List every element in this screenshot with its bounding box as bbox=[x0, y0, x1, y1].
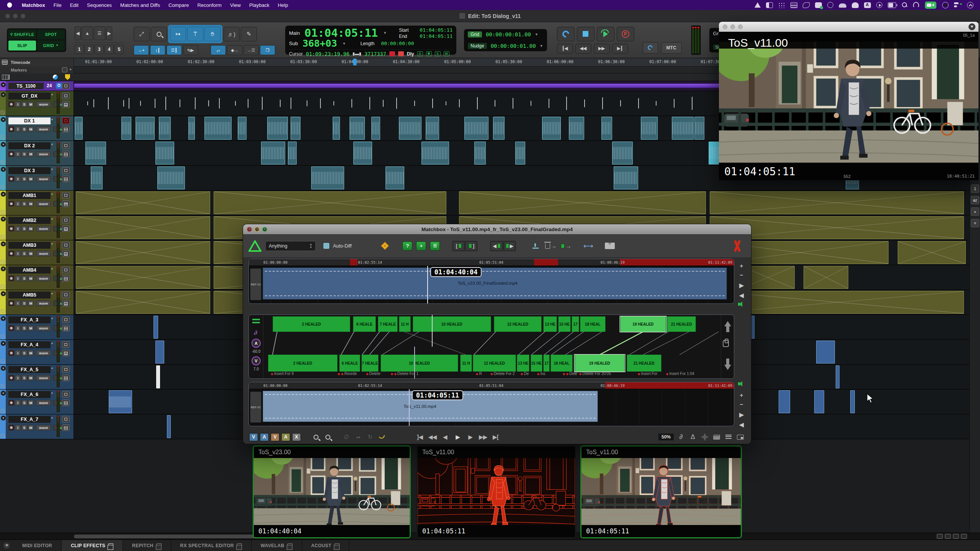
input-monitor-button[interactable]: I bbox=[15, 251, 21, 256]
wrench-icon[interactable] bbox=[1, 160, 5, 164]
record-enable-button[interactable] bbox=[8, 375, 14, 381]
mail-button[interactable] bbox=[604, 241, 616, 251]
input-monitor-button[interactable]: I bbox=[15, 425, 21, 430]
input-monitor-button[interactable]: I bbox=[15, 226, 21, 231]
audio-clip[interactable] bbox=[779, 390, 790, 413]
healed-match-block[interactable]: 19 HEALED bbox=[575, 355, 625, 372]
audio-clip[interactable] bbox=[710, 191, 964, 214]
track-name[interactable]: FX_A_7 bbox=[8, 416, 51, 423]
track-collapse-button[interactable]: ▾ bbox=[1, 117, 6, 122]
step-back-button[interactable]: ◀ bbox=[491, 241, 502, 251]
audio-clip[interactable] bbox=[569, 117, 584, 140]
audio-clip[interactable] bbox=[493, 117, 505, 140]
grid-value[interactable]: 00:00:00:01.00 bbox=[486, 31, 531, 37]
popout-chevron-icon[interactable] bbox=[969, 23, 975, 30]
track-header[interactable]: ▾DX 1▾ISMwaveread bbox=[0, 116, 74, 140]
audio-clip[interactable] bbox=[353, 142, 372, 165]
audio-clip[interactable] bbox=[898, 241, 966, 264]
audio-clip[interactable] bbox=[426, 117, 439, 140]
go-to-end-button[interactable]: ▶┃ bbox=[612, 44, 628, 54]
circle-c-icon[interactable] bbox=[827, 2, 833, 8]
nudge-value-label[interactable]: Nudge bbox=[468, 43, 487, 49]
hand-app-icon[interactable] bbox=[852, 2, 859, 8]
goto-prev-edit-button[interactable]: [ bbox=[453, 241, 464, 251]
wrench-icon[interactable] bbox=[1, 384, 5, 388]
audio-clip[interactable] bbox=[288, 142, 297, 165]
wrench-icon[interactable] bbox=[1, 285, 5, 289]
nudge-dropdown[interactable]: ▼ bbox=[540, 44, 543, 48]
mirror-midi-button[interactable]: →☰ bbox=[243, 45, 259, 55]
track-collapse-button[interactable]: ▾ bbox=[1, 416, 6, 421]
solo-button[interactable]: S bbox=[21, 350, 27, 356]
nudge-value[interactable]: 00:00:00:01.00 bbox=[491, 43, 536, 49]
record-safe-button[interactable] bbox=[62, 117, 70, 124]
audio-clip[interactable] bbox=[155, 341, 164, 364]
tab-repitch[interactable]: REPITCH bbox=[123, 540, 171, 551]
menu-app[interactable]: Matchbox bbox=[18, 0, 49, 10]
track-view-selector[interactable]: wave bbox=[36, 325, 51, 331]
audio-clip[interactable] bbox=[76, 216, 210, 239]
timeline-insertion-icon[interactable] bbox=[389, 51, 395, 56]
track-lane[interactable] bbox=[74, 191, 969, 215]
input-monitor-button[interactable]: I bbox=[15, 276, 21, 281]
mute-button[interactable]: M bbox=[28, 201, 34, 207]
audio-clip[interactable] bbox=[751, 316, 754, 339]
audio-clip[interactable] bbox=[816, 341, 835, 364]
asterisk-icon[interactable]: ✱ bbox=[426, 51, 432, 56]
mute-button[interactable]: M bbox=[28, 425, 34, 430]
fast-forward-button[interactable]: ▶▶ bbox=[594, 44, 610, 54]
record-enable-button[interactable] bbox=[8, 151, 14, 157]
healed-match-block[interactable]: 17 bbox=[543, 355, 550, 372]
track-view-button[interactable] bbox=[62, 391, 70, 398]
channel-button-x[interactable]: X bbox=[292, 433, 301, 441]
audio-clip[interactable] bbox=[121, 117, 131, 140]
track-collapse-button[interactable]: ▾ bbox=[1, 92, 6, 97]
apply-match-button[interactable]: → bbox=[560, 241, 572, 251]
healed-match-block[interactable]: 13 HE bbox=[543, 316, 557, 332]
channel-button-v[interactable]: V bbox=[249, 433, 258, 441]
audio-clip[interactable] bbox=[204, 117, 231, 140]
audio-clip[interactable] bbox=[85, 142, 106, 165]
edit-window-side-button-[interactable]: » bbox=[971, 207, 979, 216]
audio-clip[interactable] bbox=[311, 166, 345, 189]
track-collapse-button[interactable]: ▾ bbox=[1, 167, 6, 172]
track-header[interactable]: ▾DX 2▾ISMwaveread bbox=[0, 141, 74, 165]
audio-clip[interactable] bbox=[188, 117, 194, 140]
healed-match-block[interactable]: 15 HE bbox=[531, 355, 542, 372]
audio-clip[interactable] bbox=[612, 142, 633, 165]
record-enable-button[interactable] bbox=[8, 325, 14, 331]
add-marker-button[interactable]: + bbox=[69, 67, 72, 72]
tab-to-transient-button[interactable]: →+ bbox=[134, 45, 149, 55]
healed-match-block[interactable]: 13 HE bbox=[517, 355, 529, 372]
menu-sequences[interactable]: Sequences bbox=[83, 0, 116, 10]
delta-icon[interactable]: Δ bbox=[688, 433, 697, 441]
solo-button[interactable]: S bbox=[21, 400, 27, 406]
revision-lane[interactable]: ToS_v11.00.mp401:04:05:11 bbox=[249, 389, 734, 426]
midi-zoom-button[interactable]: ☰ bbox=[94, 26, 105, 40]
comments-button[interactable] bbox=[62, 399, 70, 406]
track-view-selector[interactable]: wave bbox=[36, 101, 51, 107]
audio-clip[interactable] bbox=[76, 241, 210, 264]
track-collapse-button[interactable]: ▾ bbox=[1, 316, 6, 321]
healed-match-block[interactable]: 15 HE bbox=[558, 316, 571, 332]
audio-clip[interactable] bbox=[350, 117, 365, 140]
audio-clip[interactable] bbox=[459, 191, 706, 214]
track-view-button[interactable] bbox=[62, 167, 70, 174]
comments-button[interactable] bbox=[62, 350, 70, 356]
track-header[interactable]: ▾TS_110024O bbox=[0, 81, 74, 91]
viewer-video-area[interactable]: ToS_v11.00 05_1a 01:04:05:11 552 18:48:5… bbox=[719, 32, 978, 180]
mute-button[interactable]: M bbox=[28, 151, 34, 157]
track-collapse-button[interactable]: ▾ bbox=[1, 366, 6, 371]
audio-zoom-button[interactable]: ▲ bbox=[82, 26, 93, 40]
healed-match-block[interactable]: 18 HEAL bbox=[550, 355, 572, 372]
zoom-window-icon[interactable]: + bbox=[262, 227, 267, 232]
track-header[interactable]: ▾FX_A_7▾ISMwaveread bbox=[0, 414, 74, 439]
mtc-button[interactable]: MTC bbox=[661, 42, 682, 54]
main-counter-value[interactable]: 01:04:05:11 bbox=[304, 28, 378, 38]
mute-button[interactable]: M bbox=[28, 276, 34, 281]
track-header[interactable]: ▾AMB5▾ISMwaveread bbox=[0, 290, 74, 315]
menu-file[interactable]: File bbox=[49, 0, 66, 10]
record-button[interactable]: P bbox=[617, 27, 634, 41]
mute-button[interactable]: M bbox=[28, 300, 34, 306]
film-strip-icon[interactable] bbox=[791, 2, 797, 8]
